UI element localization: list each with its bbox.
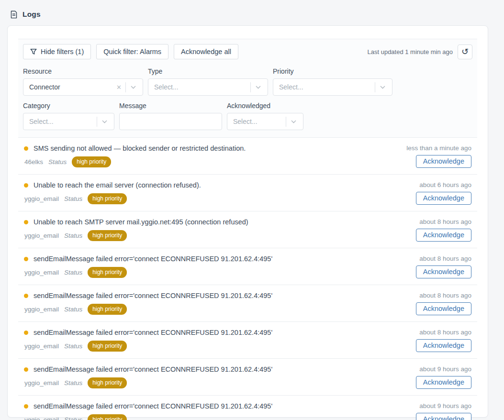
log-row: sendEmailMessage failed error='connect E… — [18, 396, 477, 420]
acknowledge-button[interactable]: Acknowledge — [416, 155, 471, 168]
log-category: Status — [64, 232, 82, 239]
priority-badge: high priority — [88, 304, 127, 315]
log-resource: yggio_email — [24, 379, 59, 387]
log-row: sendEmailMessage failed error='connect E… — [18, 322, 477, 359]
log-timestamp: about 8 hours ago — [419, 255, 471, 262]
log-resource: yggio_email — [24, 306, 59, 313]
type-label: Type — [148, 67, 268, 75]
acknowledge-button[interactable]: Acknowledge — [416, 302, 471, 315]
log-resource: 46elks — [24, 158, 43, 166]
log-message: sendEmailMessage failed error='connect E… — [34, 255, 272, 263]
log-timestamp: about 6 hours ago — [419, 181, 471, 188]
warning-dot-icon — [24, 404, 28, 409]
filter-funnel-icon — [30, 48, 37, 55]
category-select[interactable]: Select... — [23, 113, 114, 130]
resource-select[interactable]: Connector ✕ — [23, 78, 143, 96]
resource-field: Resource Connector ✕ — [23, 67, 143, 96]
chevron-down-icon[interactable] — [126, 86, 139, 89]
log-row: sendEmailMessage failed error='connect E… — [18, 359, 477, 396]
warning-dot-icon — [24, 183, 28, 188]
page-title: Logs — [22, 10, 41, 19]
page-header: Logs — [0, 0, 504, 19]
acknowledge-button[interactable]: Acknowledge — [416, 229, 471, 242]
type-field: Type Select... — [148, 67, 268, 96]
log-message: sendEmailMessage failed error='connect E… — [34, 365, 272, 373]
last-updated-text: Last updated 1 minute min ago — [367, 48, 453, 55]
log-row: SMS sending not allowed — blocked sender… — [18, 138, 477, 175]
priority-badge: high priority — [88, 267, 127, 278]
log-row: Unable to reach SMTP server mail.yggio.n… — [18, 211, 477, 248]
priority-badge: high priority — [88, 230, 127, 241]
log-file-icon — [10, 11, 18, 19]
warning-dot-icon — [24, 220, 28, 224]
category-label: Category — [23, 102, 114, 110]
priority-badge: high priority — [88, 193, 127, 204]
log-category: Status — [64, 269, 82, 276]
log-message: sendEmailMessage failed error='connect E… — [34, 329, 272, 336]
clear-icon[interactable]: ✕ — [112, 84, 125, 91]
log-timestamp: less than a minute ago — [406, 144, 471, 152]
log-category: Status — [48, 158, 67, 166]
log-timestamp: about 8 hours ago — [419, 292, 471, 299]
hide-filters-button[interactable]: Hide filters (1) — [23, 44, 91, 59]
chevron-down-icon[interactable] — [97, 120, 110, 123]
category-field: Category Select... — [23, 102, 114, 130]
acknowledge-button[interactable]: Acknowledge — [416, 192, 471, 205]
log-message: Unable to reach the email server (connec… — [34, 181, 201, 189]
log-resource: yggio_email — [24, 269, 59, 276]
log-category: Status — [64, 343, 82, 350]
log-resource: yggio_email — [24, 416, 59, 420]
log-message: sendEmailMessage failed error='connect E… — [34, 292, 272, 299]
type-select[interactable]: Select... — [148, 78, 268, 96]
chevron-down-icon[interactable] — [251, 86, 264, 89]
log-row: sendEmailMessage failed error='connect E… — [18, 285, 477, 322]
priority-badge: high priority — [88, 377, 127, 388]
log-message: SMS sending not allowed — blocked sender… — [34, 144, 246, 152]
acknowledged-select[interactable]: Select... — [227, 113, 303, 130]
warning-dot-icon — [24, 367, 28, 372]
log-message: sendEmailMessage failed error='connect E… — [34, 402, 272, 410]
log-timestamp: about 8 hours ago — [419, 329, 471, 336]
priority-label: Priority — [273, 67, 392, 75]
filters-panel: Hide filters (1) Quick filter: Alarms Ac… — [18, 39, 477, 138]
log-row: sendEmailMessage failed error='connect E… — [18, 248, 477, 285]
acknowledge-button[interactable]: Acknowledge — [416, 265, 471, 278]
warning-dot-icon — [24, 294, 28, 298]
log-category: Status — [64, 195, 82, 202]
log-list: SMS sending not allowed — blocked sender… — [18, 138, 477, 420]
acknowledge-all-button[interactable]: Acknowledge all — [174, 44, 238, 59]
filter-grid: Resource Connector ✕ Type Select... — [23, 67, 472, 130]
log-row: Unable to reach the email server (connec… — [18, 175, 477, 211]
refresh-button[interactable]: ↺ — [458, 44, 472, 59]
chevron-down-icon[interactable] — [286, 120, 299, 123]
priority-select[interactable]: Select... — [273, 78, 392, 96]
message-label: Message — [119, 102, 222, 110]
quick-filter-alarms-button[interactable]: Quick filter: Alarms — [96, 44, 168, 59]
acknowledge-button[interactable]: Acknowledge — [416, 339, 471, 352]
warning-dot-icon — [24, 146, 28, 151]
log-resource: yggio_email — [24, 343, 59, 350]
log-timestamp: about 8 hours ago — [419, 218, 471, 225]
log-timestamp: about 9 hours ago — [419, 402, 471, 409]
priority-badge: high priority — [72, 156, 111, 167]
resource-label: Resource — [23, 67, 143, 75]
log-resource: yggio_email — [24, 232, 59, 239]
chevron-down-icon[interactable] — [375, 86, 388, 89]
priority-badge: high priority — [88, 341, 127, 352]
log-category: Status — [64, 306, 82, 313]
message-field: Message — [119, 102, 222, 130]
priority-badge: high priority — [88, 414, 127, 420]
acknowledged-label: Acknowledged — [227, 102, 303, 110]
toolbar: Hide filters (1) Quick filter: Alarms Ac… — [23, 44, 472, 59]
log-category: Status — [64, 416, 82, 420]
acknowledge-button[interactable]: Acknowledge — [416, 376, 471, 389]
priority-field: Priority Select... — [273, 67, 392, 96]
message-input[interactable] — [119, 113, 222, 130]
log-resource: yggio_email — [24, 195, 59, 202]
acknowledged-field: Acknowledged Select... — [227, 102, 303, 130]
warning-dot-icon — [24, 331, 28, 335]
log-timestamp: about 9 hours ago — [419, 365, 471, 373]
acknowledge-button[interactable]: Acknowledge — [416, 413, 471, 420]
logs-card: Hide filters (1) Quick filter: Alarms Ac… — [7, 25, 488, 418]
log-category: Status — [64, 379, 82, 387]
